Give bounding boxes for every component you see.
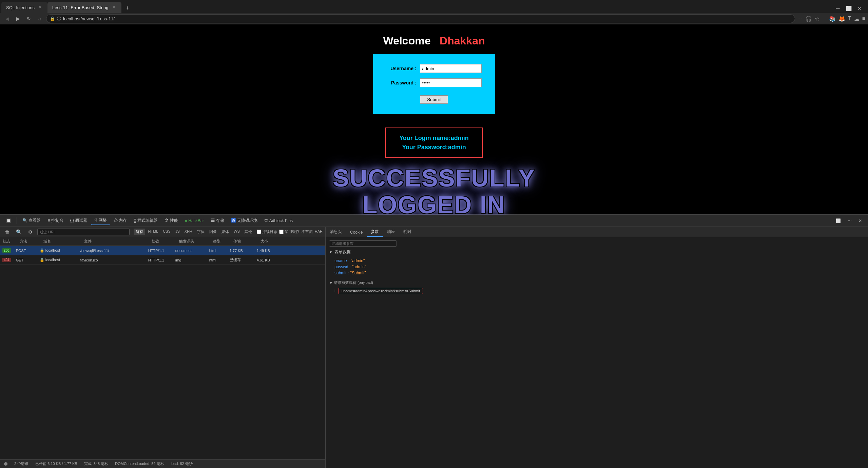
performance-tab[interactable]: ⏱ 性能 — [162, 216, 180, 225]
params-filter-input[interactable] — [329, 240, 397, 247]
bookmarks-library-icon[interactable]: 📚 — [829, 16, 836, 22]
inspector-tool-btn[interactable]: 🔲 — [3, 217, 14, 225]
col-file: 文件 — [81, 239, 149, 244]
filter-all[interactable]: 所有 — [134, 229, 145, 235]
devtools-close-btn[interactable]: ✕ — [856, 217, 865, 225]
debugger-tab[interactable]: { } 调试器 — [67, 216, 90, 225]
form-data-section-header: ▼ 表单数据 — [329, 249, 865, 255]
storage-tab[interactable]: ☰ 存储 — [208, 216, 227, 225]
maximize-button[interactable]: ⬜ — [844, 4, 853, 13]
param-colon-3: : — [348, 271, 349, 275]
tab-close-btn[interactable]: ✕ — [37, 5, 43, 10]
tab-response[interactable]: 响应 — [383, 228, 399, 237]
console-tab[interactable]: ≡ 控制台 — [45, 216, 66, 225]
filter-image[interactable]: 图像 — [207, 229, 219, 235]
tab-timing[interactable]: 耗时 — [399, 228, 416, 237]
file-favicon: favicon.ico — [78, 258, 146, 262]
param-key-submit: submit — [334, 271, 346, 275]
filter-css[interactable]: CSS — [161, 229, 173, 235]
filter-html[interactable]: HTML — [146, 229, 160, 235]
refresh-button[interactable]: ↻ — [24, 14, 33, 23]
filter-other[interactable]: 其他 — [243, 229, 254, 235]
col-transfer: 传输 — [231, 239, 258, 244]
tab-params[interactable]: 参数 — [367, 228, 383, 237]
login-name-result: Your Login name:admin — [399, 134, 469, 143]
password-input[interactable] — [420, 78, 482, 87]
minimize-button[interactable]: ─ — [833, 4, 842, 13]
url-filter-input[interactable] — [37, 229, 130, 235]
devtools-panel: 🔲 🔍 查看器 ≡ 控制台 { } 调试器 ⇅ 网络 ◎ 内存 {} 样式编辑器… — [0, 214, 868, 468]
network-status-bar: 2 个请求 已传输 6.10 KB / 1.77 KB 完成: 348 毫秒 D… — [0, 459, 325, 468]
devtools-toolbar: 🔲 🔍 查看器 ≡ 控制台 { } 调试器 ⇅ 网络 ◎ 内存 {} 样式编辑器… — [0, 215, 868, 227]
style-editor-tab[interactable]: {} 样式编辑器 — [131, 216, 160, 225]
filter-media[interactable]: 媒体 — [219, 229, 231, 235]
network-tab[interactable]: ⇅ 网络 — [91, 216, 109, 225]
close-button[interactable]: ✕ — [855, 4, 864, 13]
search-network-btn[interactable]: 🔍 — [14, 228, 23, 236]
tab-cookie[interactable]: Cookie — [346, 229, 367, 237]
network-row-post[interactable]: 200 POST 🔒 localhost /newsqli/Less-11/ H… — [0, 246, 325, 255]
transfer-cached: 已缓存 — [227, 257, 254, 262]
type-html2: html — [207, 258, 227, 262]
memory-tab[interactable]: ◎ 内存 — [111, 216, 130, 225]
username-input[interactable] — [420, 64, 482, 73]
devtools-dock-btn[interactable]: ⬜ — [833, 217, 844, 225]
sync-icon[interactable]: ☁ — [854, 16, 860, 22]
browser-chrome: SQL Injections ✕ Less-11- Error Based- S… — [0, 0, 868, 24]
nav-bar: ◀ ▶ ↻ ⌂ 🔒 ⓘ localhost/newsqli/Less-11/ ⋯… — [0, 13, 868, 24]
param-key-passwd: passwd — [334, 265, 348, 269]
complete-time: 完成: 348 毫秒 — [84, 461, 109, 466]
filter-xhr[interactable]: XHR — [182, 229, 194, 235]
hackbar-tab[interactable]: ● HackBar — [182, 217, 207, 225]
success-line1: SUCCESSFULLY — [333, 165, 535, 192]
url-bar[interactable]: 🔒 ⓘ localhost/newsqli/Less-11/ — [46, 14, 795, 23]
form-data-label: 表单数据 — [334, 249, 351, 255]
domain-localhost2: 🔒 localhost — [37, 258, 78, 262]
more-icon[interactable]: ≡ — [862, 16, 865, 22]
param-key-uname: uname — [334, 258, 347, 263]
filter-js[interactable]: JS — [173, 229, 182, 235]
params-list: uname : admin passwd : admin submit : Su… — [329, 258, 865, 276]
status-indicator — [4, 462, 7, 466]
right-panel-tabs: 消息头 Cookie 参数 响应 耗时 — [326, 227, 868, 237]
tab-sql-injections[interactable]: SQL Injections ✕ — [1, 2, 47, 13]
back-button[interactable]: ◀ — [3, 14, 12, 23]
bookmark-icon[interactable]: ☆ — [815, 16, 819, 22]
persist-log-option[interactable]: 持续日志 — [257, 229, 277, 234]
submit-button[interactable]: Submit — [420, 95, 448, 104]
throttle-btn[interactable]: ⚙ — [26, 228, 35, 236]
network-rows: 200 POST 🔒 localhost /newsqli/Less-11/ H… — [0, 246, 325, 459]
forward-button[interactable]: ▶ — [14, 14, 22, 23]
home-button[interactable]: ⌂ — [35, 14, 44, 23]
param-row-submit: submit : Submit — [329, 270, 865, 276]
login-box: Username : Password : Submit — [373, 54, 495, 114]
extensions-icon[interactable]: ⋯ — [797, 16, 803, 22]
collapse-triangle[interactable]: ▼ — [329, 250, 332, 254]
tab-less11[interactable]: Less-11- Error Based- String ✕ — [47, 2, 121, 13]
filter-ws[interactable]: WS — [232, 229, 242, 235]
clear-network-btn[interactable]: 🗑 — [3, 228, 12, 236]
new-tab-button[interactable]: + — [123, 3, 132, 13]
param-colon-2: : — [350, 265, 351, 269]
disable-cache-option[interactable]: 禁用缓存 — [279, 229, 300, 234]
payload-collapse-triangle[interactable]: ▼ — [329, 281, 333, 285]
firefox-icon[interactable]: 🦊 — [838, 16, 845, 22]
payload-row: 1 uname=admin&passwd=admin&submit=Submit — [329, 287, 865, 295]
param-val-passwd: admin — [352, 265, 366, 269]
pocket-icon[interactable]: 🎧 — [805, 16, 812, 22]
translator-icon[interactable]: T — [848, 16, 851, 22]
filter-font[interactable]: 字体 — [195, 229, 207, 235]
har-label: HAR — [315, 229, 323, 234]
password-result: Your Password:admin — [399, 143, 469, 152]
toolbar-divider — [17, 217, 17, 224]
network-row-get[interactable]: 404 GET 🔒 localhost favicon.ico HTTP/1.1… — [0, 255, 325, 265]
devtools-more-btn[interactable]: ⋯ — [845, 217, 854, 225]
tab-headers[interactable]: 消息头 — [326, 228, 346, 237]
success-message: SUCCESSFULLY LOGGED IN — [333, 165, 535, 218]
viewer-tab[interactable]: 🔍 查看器 — [20, 216, 43, 225]
col-type: 类型 — [210, 239, 231, 244]
tab-close-btn[interactable]: ✕ — [111, 5, 117, 10]
adblock-tab[interactable]: 🛡 Adblock Plus — [262, 217, 295, 225]
param-colon-1: : — [348, 258, 349, 263]
accessibility-tab[interactable]: ♿ 无障碍环境 — [228, 216, 260, 225]
